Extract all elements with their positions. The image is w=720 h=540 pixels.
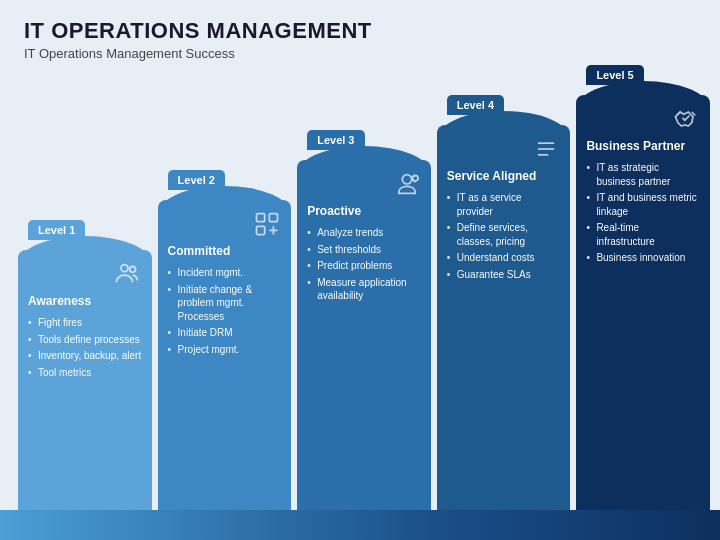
level5-tag: Level 5 xyxy=(586,65,643,85)
list-item: IT and business metric linkage xyxy=(586,191,700,218)
list-item: Understand costs xyxy=(447,251,561,265)
people-icon xyxy=(28,262,142,288)
list-item: Tool metrics xyxy=(28,366,142,380)
list-item: IT as strategic business partner xyxy=(586,161,700,188)
svg-point-1 xyxy=(129,266,135,272)
level1-list: Fight fires Tools define processes Inven… xyxy=(28,316,142,382)
svg-rect-3 xyxy=(270,214,278,222)
svg-point-0 xyxy=(121,265,128,272)
list-icon xyxy=(447,137,561,163)
list-item: Initiate DRM xyxy=(168,326,282,340)
list-item: Project mgmt. xyxy=(168,343,282,357)
list-item: Real-time infrastructure xyxy=(586,221,700,248)
level-block-4: Level 4 Service Aligned IT as a service … xyxy=(437,125,571,510)
header: IT OPERATIONS MANAGEMENT IT Operations M… xyxy=(0,0,720,65)
levels-container: Level 1 Awareness Fight fires Tools defi… xyxy=(18,90,710,510)
level-block-1: Level 1 Awareness Fight fires Tools defi… xyxy=(18,250,152,510)
level4-list: IT as a service provider Define services… xyxy=(447,191,561,284)
list-item: Tools define processes xyxy=(28,333,142,347)
list-item: Define services, classes, pricing xyxy=(447,221,561,248)
list-item: Guarantee SLAs xyxy=(447,268,561,282)
level5-heading: Business Partner xyxy=(586,139,700,153)
person-gear-icon xyxy=(307,172,421,198)
level2-tag: Level 2 xyxy=(168,170,225,190)
handshake-icon xyxy=(586,107,700,133)
sub-title: IT Operations Management Success xyxy=(24,46,696,61)
level4-tag: Level 4 xyxy=(447,95,504,115)
svg-point-5 xyxy=(402,175,411,184)
list-item: Incident mgmt. xyxy=(168,266,282,280)
level2-list: Incident mgmt. Initiate change & problem… xyxy=(168,266,282,359)
list-item: Set thresholds xyxy=(307,243,421,257)
list-item: Inventory, backup, alert xyxy=(28,349,142,363)
svg-rect-2 xyxy=(257,214,265,222)
tools-icon xyxy=(168,212,282,238)
bottom-bar xyxy=(0,510,720,540)
level4-heading: Service Aligned xyxy=(447,169,561,183)
level3-heading: Proactive xyxy=(307,204,421,218)
list-item: Measure application availability xyxy=(307,276,421,303)
level-block-3: Level 3 Proactive Analyze trends Set thr… xyxy=(297,160,431,510)
list-item: Analyze trends xyxy=(307,226,421,240)
list-item: Fight fires xyxy=(28,316,142,330)
list-item: Initiate change & problem mgmt. Processe… xyxy=(168,283,282,324)
svg-rect-4 xyxy=(257,226,265,234)
level5-list: IT as strategic business partner IT and … xyxy=(586,161,700,268)
list-item: Predict problems xyxy=(307,259,421,273)
level3-tag: Level 3 xyxy=(307,130,364,150)
level2-heading: Committed xyxy=(168,244,282,258)
main-title: IT OPERATIONS MANAGEMENT xyxy=(24,18,696,44)
level1-heading: Awareness xyxy=(28,294,142,308)
list-item: IT as a service provider xyxy=(447,191,561,218)
level-block-5: Level 5 Business Partner IT as strategic… xyxy=(576,95,710,510)
level-block-2: Level 2 Committed Incident mgmt. Initiat… xyxy=(158,200,292,510)
level3-list: Analyze trends Set thresholds Predict pr… xyxy=(307,226,421,306)
level1-tag: Level 1 xyxy=(28,220,85,240)
list-item: Business innovation xyxy=(586,251,700,265)
